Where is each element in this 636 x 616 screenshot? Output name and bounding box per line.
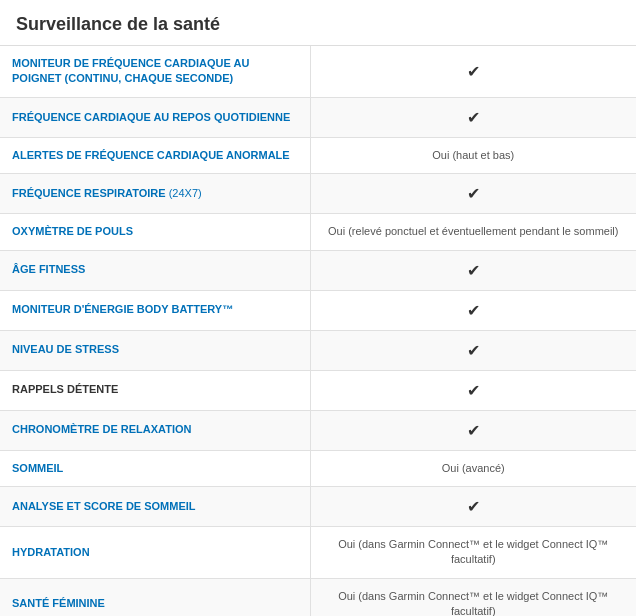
feature-value-cell: Oui (haut et bas) (310, 137, 636, 173)
value-text: Oui (haut et bas) (432, 149, 514, 161)
table-row: NIVEAU DE STRESS✔ (0, 330, 636, 370)
feature-label: MONITEUR D'ÉNERGIE BODY BATTERY™ (12, 303, 233, 315)
feature-label-cell: CHRONOMÈTRE DE RELAXATION (0, 410, 310, 450)
feature-label-cell: ALERTES DE FRÉQUENCE CARDIAQUE ANORMALE (0, 137, 310, 173)
table-row: CHRONOMÈTRE DE RELAXATION✔ (0, 410, 636, 450)
features-table: MONITEUR DE FRÉQUENCE CARDIAQUE AU POIGN… (0, 46, 636, 616)
feature-value-cell: ✔ (310, 250, 636, 290)
feature-value-cell: ✔ (310, 46, 636, 97)
checkmark-icon: ✔ (467, 262, 480, 279)
feature-label: ALERTES DE FRÉQUENCE CARDIAQUE ANORMALE (12, 149, 290, 161)
feature-value-cell: ✔ (310, 174, 636, 214)
table-row: SOMMEILOui (avancé) (0, 450, 636, 486)
feature-label: NIVEAU DE STRESS (12, 343, 119, 355)
feature-label-cell: MONITEUR D'ÉNERGIE BODY BATTERY™ (0, 290, 310, 330)
value-text: Oui (avancé) (442, 462, 505, 474)
feature-label-cell: NIVEAU DE STRESS (0, 330, 310, 370)
table-row: ÂGE FITNESS✔ (0, 250, 636, 290)
feature-label-cell: ÂGE FITNESS (0, 250, 310, 290)
feature-label-cell: ANALYSE ET SCORE DE SOMMEIL (0, 486, 310, 526)
checkmark-icon: ✔ (467, 63, 480, 80)
table-row: HYDRATATIONOui (dans Garmin Connect™ et … (0, 526, 636, 578)
value-text: Oui (dans Garmin Connect™ et le widget C… (338, 538, 608, 565)
page-title: Surveillance de la santé (0, 0, 636, 46)
table-row: FRÉQUENCE RESPIRATOIRE (24X7)✔ (0, 174, 636, 214)
feature-label: HYDRATATION (12, 546, 90, 558)
checkmark-icon: ✔ (467, 342, 480, 359)
feature-label-cell: OXYMÈTRE DE POULS (0, 214, 310, 250)
feature-label-cell: HYDRATATION (0, 526, 310, 578)
value-text: Oui (dans Garmin Connect™ et le widget C… (338, 590, 608, 616)
feature-value-cell: ✔ (310, 370, 636, 410)
feature-label: RAPPELS DÉTENTE (12, 383, 118, 395)
feature-label: ANALYSE ET SCORE DE SOMMEIL (12, 500, 196, 512)
feature-label-cell: FRÉQUENCE RESPIRATOIRE (24X7) (0, 174, 310, 214)
feature-label-cell: FRÉQUENCE CARDIAQUE AU REPOS QUOTIDIENNE (0, 97, 310, 137)
feature-label-cell: RAPPELS DÉTENTE (0, 370, 310, 410)
feature-value-cell: Oui (dans Garmin Connect™ et le widget C… (310, 526, 636, 578)
feature-label: MONITEUR DE FRÉQUENCE CARDIAQUE AU POIGN… (12, 57, 249, 84)
checkmark-icon: ✔ (467, 185, 480, 202)
feature-label: FRÉQUENCE CARDIAQUE AU REPOS QUOTIDIENNE (12, 111, 290, 123)
feature-label: CHRONOMÈTRE DE RELAXATION (12, 423, 191, 435)
feature-value-cell: Oui (avancé) (310, 450, 636, 486)
feature-value-cell: Oui (relevé ponctuel et éventuellement p… (310, 214, 636, 250)
feature-label: SANTÉ FÉMININE (12, 597, 105, 609)
feature-value-cell: ✔ (310, 486, 636, 526)
table-row: MONITEUR D'ÉNERGIE BODY BATTERY™✔ (0, 290, 636, 330)
checkmark-icon: ✔ (467, 302, 480, 319)
feature-label: ÂGE FITNESS (12, 263, 85, 275)
feature-label: FRÉQUENCE RESPIRATOIRE (24X7) (12, 187, 202, 199)
feature-label-cell: MONITEUR DE FRÉQUENCE CARDIAQUE AU POIGN… (0, 46, 310, 97)
checkmark-icon: ✔ (467, 109, 480, 126)
table-row: FRÉQUENCE CARDIAQUE AU REPOS QUOTIDIENNE… (0, 97, 636, 137)
checkmark-icon: ✔ (467, 382, 480, 399)
feature-value-cell: ✔ (310, 410, 636, 450)
feature-label-cell: SOMMEIL (0, 450, 310, 486)
feature-label: OXYMÈTRE DE POULS (12, 225, 133, 237)
feature-value-cell: ✔ (310, 97, 636, 137)
table-row: MONITEUR DE FRÉQUENCE CARDIAQUE AU POIGN… (0, 46, 636, 97)
table-row: RAPPELS DÉTENTE✔ (0, 370, 636, 410)
table-row: ANALYSE ET SCORE DE SOMMEIL✔ (0, 486, 636, 526)
feature-value-cell: Oui (dans Garmin Connect™ et le widget C… (310, 578, 636, 616)
value-text: Oui (relevé ponctuel et éventuellement p… (328, 225, 618, 237)
table-row: OXYMÈTRE DE POULSOui (relevé ponctuel et… (0, 214, 636, 250)
table-row: SANTÉ FÉMININEOui (dans Garmin Connect™ … (0, 578, 636, 616)
feature-label: SOMMEIL (12, 462, 63, 474)
table-row: ALERTES DE FRÉQUENCE CARDIAQUE ANORMALEO… (0, 137, 636, 173)
checkmark-icon: ✔ (467, 422, 480, 439)
checkmark-icon: ✔ (467, 498, 480, 515)
feature-value-cell: ✔ (310, 330, 636, 370)
feature-value-cell: ✔ (310, 290, 636, 330)
feature-label-cell: SANTÉ FÉMININE (0, 578, 310, 616)
